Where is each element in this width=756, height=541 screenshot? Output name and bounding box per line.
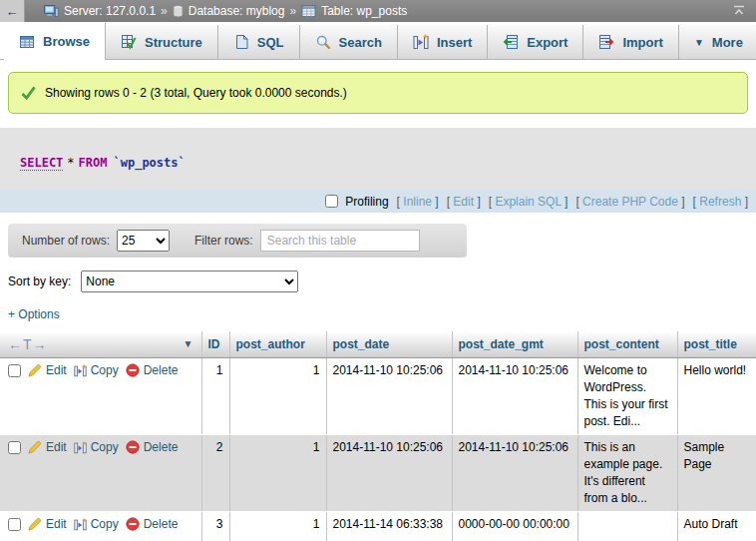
- row-checkbox[interactable]: [8, 441, 21, 454]
- copy-icon[interactable]: [74, 364, 87, 377]
- column-header-post-date[interactable]: post_date: [326, 331, 452, 357]
- copy-label: Copy: [91, 439, 119, 456]
- database-icon: [173, 5, 184, 18]
- sql-keyword-select[interactable]: SELECT: [20, 156, 63, 171]
- edit-link[interactable]: Edit: [28, 362, 67, 379]
- delete-link[interactable]: Delete: [126, 439, 179, 456]
- tab-more-label: More: [712, 35, 743, 50]
- structure-icon: [121, 34, 137, 50]
- bracket: [: [575, 195, 578, 209]
- edit-label: Edit: [46, 516, 67, 533]
- sort-order-dropdown-icon[interactable]: ▼: [184, 338, 193, 349]
- success-message: Showing rows 0 - 2 (3 total, Query took …: [8, 72, 748, 114]
- options-toggle-link[interactable]: + Options: [8, 307, 60, 321]
- edit-link[interactable]: Edit: [28, 439, 67, 456]
- cell-post-date: 2014-11-10 10:25:06: [326, 357, 452, 434]
- tab-more[interactable]: ▼ More: [679, 25, 756, 59]
- tab-search[interactable]: Search: [300, 25, 398, 59]
- row-checkbox[interactable]: [8, 364, 21, 377]
- sql-icon: [233, 34, 249, 50]
- create-php-code-link[interactable]: Create PHP Code: [582, 195, 678, 209]
- cell-post-title: Sample Page: [677, 434, 756, 511]
- inline-link[interactable]: Inline: [403, 195, 432, 209]
- cell-id: 3: [201, 511, 229, 541]
- explain-sql-link[interactable]: Explain SQL: [495, 195, 561, 209]
- query-toolbar: Profiling [ Inline ] [ Edit ] [ Explain …: [0, 190, 756, 213]
- delete-icon[interactable]: [126, 363, 140, 377]
- column-header-post-date-gmt[interactable]: post_date_gmt: [452, 331, 577, 357]
- column-header-post-content[interactable]: post_content: [577, 331, 677, 357]
- tab-browse-label: Browse: [43, 34, 90, 49]
- delete-label: Delete: [144, 439, 179, 456]
- row-actions-cell: Edit Copy Delete: [0, 511, 201, 541]
- sql-query: SELECT*FROM`wp_posts`: [0, 128, 756, 190]
- sort-by-key-label: Sort by key:: [8, 274, 71, 288]
- cell-post-date: 2014-11-14 06:33:38: [326, 511, 452, 541]
- column-header-id[interactable]: ID: [201, 331, 229, 357]
- cell-post-author: 1: [229, 511, 326, 541]
- breadcrumb-database-label[interactable]: Database: myblog: [189, 4, 285, 18]
- copy-link[interactable]: Copy: [74, 439, 119, 456]
- breadcrumb-server[interactable]: Server: 127.0.0.1: [44, 4, 156, 18]
- sql-star: *: [67, 156, 74, 170]
- copy-icon[interactable]: [74, 518, 87, 531]
- sidebar-back-button[interactable]: ←: [0, 0, 25, 22]
- row-checkbox[interactable]: [8, 518, 21, 531]
- scroll-to-top-icon[interactable]: [732, 4, 746, 18]
- chevron-down-icon: ▼: [694, 37, 704, 48]
- pencil-icon[interactable]: [28, 440, 42, 454]
- breadcrumb-table-label[interactable]: Table: wp_posts: [321, 4, 407, 18]
- pencil-icon[interactable]: [28, 363, 42, 377]
- column-header-post-author[interactable]: post_author: [229, 331, 326, 357]
- copy-link[interactable]: Copy: [74, 516, 119, 533]
- cell-id: 1: [201, 357, 229, 434]
- query-box: SELECT*FROM`wp_posts` Profiling [ Inline…: [0, 128, 756, 213]
- breadcrumb-separator: »: [289, 4, 296, 18]
- refresh-link[interactable]: Refresh: [699, 195, 741, 209]
- tab-export[interactable]: Export: [488, 25, 583, 59]
- tab-browse[interactable]: Browse: [4, 23, 106, 60]
- tab-structure-label: Structure: [145, 35, 202, 50]
- filter-rows-input[interactable]: [260, 230, 420, 252]
- breadcrumb-server-label[interactable]: Server: 127.0.0.1: [64, 4, 156, 18]
- success-check-icon: [21, 86, 36, 100]
- bracket: [: [397, 195, 400, 209]
- copy-link[interactable]: Copy: [74, 362, 119, 379]
- row-actions-cell: Edit Copy Delete: [0, 434, 201, 511]
- number-of-rows-select[interactable]: 25: [117, 230, 170, 252]
- delete-icon[interactable]: [126, 440, 140, 454]
- edit-query-link[interactable]: Edit: [453, 195, 474, 209]
- delete-link[interactable]: Delete: [126, 516, 179, 533]
- explain-sql-link-wrap: [ Explain SQL ]: [489, 195, 568, 209]
- table-header-row: ←T→ ▼ ID post_author post_date post_date…: [0, 331, 756, 357]
- nav-toggle-icon[interactable]: T: [23, 336, 33, 352]
- cell-post-date: 2014-11-10 10:25:06: [326, 434, 452, 511]
- inline-link-wrap: [ Inline ]: [397, 195, 439, 209]
- nav-right-arrow-icon[interactable]: →: [33, 336, 48, 352]
- tab-import[interactable]: Import: [583, 25, 678, 59]
- back-arrow-icon: ←: [6, 4, 19, 19]
- table-icon: [301, 5, 316, 17]
- tab-sql[interactable]: SQL: [218, 25, 300, 59]
- sort-by-key-select[interactable]: None: [81, 270, 298, 292]
- delete-label: Delete: [144, 516, 179, 533]
- cell-post-content: [577, 511, 677, 541]
- breadcrumb-table[interactable]: Table: wp_posts: [301, 4, 407, 18]
- delete-icon[interactable]: [126, 517, 140, 531]
- edit-label: Edit: [46, 439, 67, 456]
- pencil-icon[interactable]: [28, 517, 42, 531]
- create-php-code-link-wrap: [ Create PHP Code ]: [575, 195, 684, 209]
- profiling-label[interactable]: Profiling: [345, 195, 388, 209]
- tab-structure[interactable]: Structure: [106, 25, 218, 59]
- bracket: [: [693, 195, 696, 209]
- tab-bar: Browse Structure SQL Search Insert Expor…: [0, 22, 756, 60]
- tab-insert[interactable]: Insert: [398, 25, 488, 59]
- profiling-checkbox[interactable]: [325, 195, 338, 208]
- cell-post-author: 1: [229, 357, 326, 434]
- copy-icon[interactable]: [74, 441, 87, 454]
- edit-link[interactable]: Edit: [28, 516, 67, 533]
- nav-left-arrow-icon[interactable]: ←: [8, 336, 23, 352]
- delete-link[interactable]: Delete: [126, 362, 179, 379]
- breadcrumb-database[interactable]: Database: myblog: [173, 4, 285, 18]
- column-header-post-title[interactable]: post_title: [677, 331, 756, 357]
